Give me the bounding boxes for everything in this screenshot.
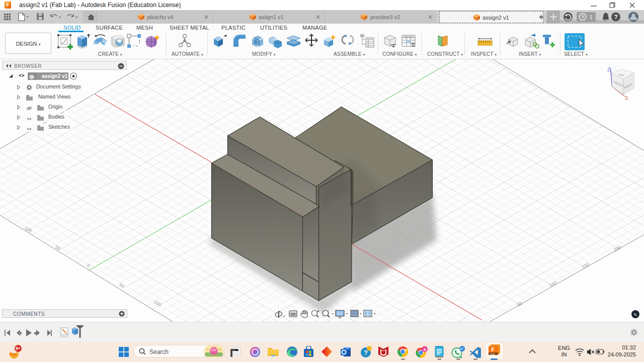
svg-text:100: 100 (548, 281, 557, 289)
svg-text:50: 50 (516, 301, 523, 308)
svg-text:82: 82 (460, 347, 464, 350)
svg-text:150: 150 (581, 262, 590, 270)
svg-text:X: X (625, 96, 628, 101)
svg-text:Z: Z (607, 67, 610, 72)
svg-text:1: 1 (590, 15, 593, 20)
svg-text:FUS: FUS (491, 353, 495, 355)
svg-text:50: 50 (54, 244, 61, 251)
svg-text:?: ? (614, 14, 618, 21)
svg-text:F: F (492, 346, 495, 352)
svg-text:9+: 9+ (16, 346, 21, 351)
svg-text:S: S (424, 347, 427, 352)
svg-text:200: 200 (613, 245, 622, 253)
svg-text:100: 100 (24, 225, 33, 233)
svg-text:?: ? (364, 349, 368, 356)
svg-text:✎: ✎ (634, 313, 637, 317)
